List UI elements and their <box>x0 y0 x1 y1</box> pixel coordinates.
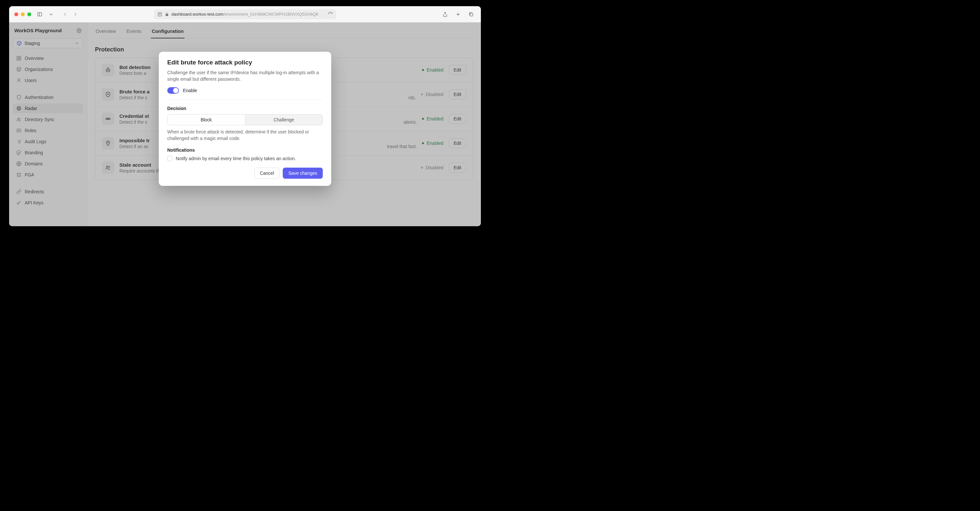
browser-titlebar: dashboard.workos-test.com/environment_01… <box>9 6 481 22</box>
decision-help-text: When a brute force attack is detected, d… <box>167 129 323 142</box>
maximize-window-button[interactable] <box>27 13 31 16</box>
reload-icon[interactable] <box>328 12 333 17</box>
notify-checkbox[interactable] <box>167 156 172 161</box>
decision-challenge-option[interactable]: Challenge <box>245 115 323 125</box>
modal-title: Edit brute force attack policy <box>167 59 323 66</box>
app-content: WorkOS Playground Staging Overview Organ… <box>9 22 481 226</box>
decision-block-option[interactable]: Block <box>167 115 245 125</box>
minimize-window-button[interactable] <box>21 13 25 16</box>
share-icon[interactable] <box>441 10 450 19</box>
enable-toggle[interactable] <box>167 87 179 94</box>
tabs-icon[interactable] <box>466 10 476 19</box>
lock-icon <box>165 13 169 16</box>
modal-description: Challenge the user if the same IP/device… <box>167 69 323 83</box>
decision-segmented-control: Block Challenge <box>167 114 323 125</box>
back-button[interactable] <box>60 10 70 19</box>
address-bar[interactable]: dashboard.workos-test.com/environment_01… <box>154 10 336 19</box>
sidebar-toggle-icon[interactable] <box>35 10 44 19</box>
cancel-button[interactable]: Cancel <box>255 168 280 179</box>
forward-button[interactable] <box>71 10 80 19</box>
svg-rect-0 <box>38 13 41 16</box>
browser-window: dashboard.workos-test.com/environment_01… <box>9 6 481 226</box>
save-button[interactable]: Save changes <box>283 168 323 179</box>
new-tab-icon[interactable] <box>453 10 463 19</box>
edit-policy-modal: Edit brute force attack policy Challenge… <box>159 52 331 186</box>
notify-label: Notify admin by email every time this po… <box>176 156 296 161</box>
window-controls <box>14 13 31 16</box>
close-window-button[interactable] <box>14 13 18 16</box>
svg-rect-8 <box>470 13 473 16</box>
decision-heading: Decision <box>167 106 323 111</box>
enable-label: Enable <box>183 88 197 93</box>
chevron-down-icon[interactable] <box>48 10 54 19</box>
url-text: dashboard.workos-test.com/environment_01… <box>172 12 325 17</box>
reader-icon <box>157 12 162 17</box>
modal-overlay[interactable]: Edit brute force attack policy Challenge… <box>9 22 481 226</box>
notifications-heading: Notifications <box>167 148 323 153</box>
